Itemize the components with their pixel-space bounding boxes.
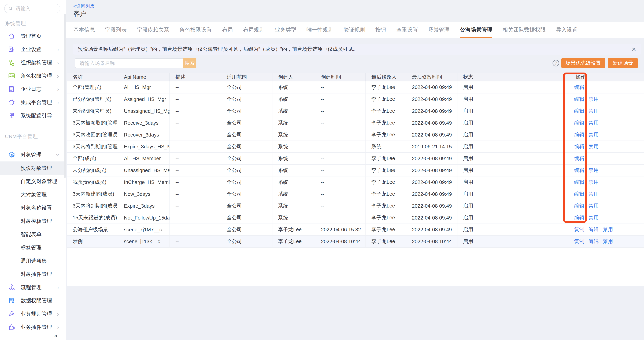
business-rule-icon [8,310,16,318]
operation-link[interactable]: 复制 [574,227,584,232]
cell-modifier: 李子龙Lee [366,117,406,129]
sidebar-subitem[interactable]: 对象插件管理 [0,268,66,281]
operation-link[interactable]: 编辑 [574,96,584,102]
operation-link[interactable]: 编辑 [574,156,584,161]
sidebar-search-input[interactable] [16,6,56,11]
cell-description: -- [170,153,221,164]
operation-link[interactable]: 编辑 [574,215,584,220]
operation-link[interactable]: 编辑 [574,203,584,209]
operation-link[interactable]: 编辑 [574,108,584,114]
operation-link[interactable]: 禁用 [588,215,598,220]
tab-3[interactable]: 角色权限设置 [180,22,212,38]
sidebar-subitem[interactable]: 智能表单 [0,228,66,241]
sidebar-subitem[interactable]: 通用选项集 [0,254,66,268]
tab-12[interactable]: 公海场景管理 [460,22,492,38]
sidebar-item-enterprise-settings[interactable]: 企业设置 › [0,43,66,56]
tab-7[interactable]: 唯一性规则 [306,22,334,38]
cell-created-time: 2022-04-06 15:32 [315,224,366,236]
operation-link[interactable]: 编辑 [574,191,584,197]
cell-creator: 系统 [272,200,315,212]
sidebar-item-org-structure[interactable]: 组织架构管理 › [0,56,66,69]
cell-status: 启用 [457,188,570,200]
tab-14[interactable]: 导入设置 [556,22,578,38]
operation-link[interactable]: 编辑 [574,144,584,149]
sidebar-scrollbar[interactable] [64,14,66,178]
operation-link[interactable]: 禁用 [603,227,613,232]
sidebar-collapse-icon[interactable]: « [54,332,58,340]
integration-platform-icon [8,98,16,106]
cell-status: 启用 [457,212,570,224]
cell-modified-time: 2022-04-08 09:49 [406,200,457,212]
cell-description: -- [170,93,221,105]
operation-link[interactable]: 禁用 [588,120,598,126]
sidebar-subitem[interactable]: 标签管理 [0,241,66,254]
tab-10[interactable]: 查重设置 [396,22,418,38]
close-icon[interactable]: ✕ [632,46,636,53]
cell-creator: 系统 [272,176,315,188]
operation-link[interactable]: 禁用 [588,167,598,173]
help-icon[interactable]: ? [552,60,559,66]
operation-link[interactable]: 编辑 [574,179,584,185]
cell-modifier: 李子龙Lee [366,81,406,93]
sidebar-item-business-plugin[interactable]: 业务插件管理 › [0,321,66,332]
tab-5[interactable]: 布局规则 [243,22,264,38]
tab-6[interactable]: 业务类型 [275,22,296,38]
sidebar-item-enterprise-log[interactable]: 企业日志 › [0,82,66,96]
sidebar-item-role-permission[interactable]: 角色权限管理 › [0,69,66,82]
operation-link[interactable]: 禁用 [588,203,598,209]
operation-link[interactable]: 禁用 [603,239,613,244]
sidebar-item-object-management[interactable]: 对象管理 › [0,148,66,161]
tab-4[interactable]: 布局 [222,22,233,38]
operation-link[interactable]: 禁用 [588,191,598,197]
cell-creator: 系统 [272,141,315,153]
sidebar-item-home[interactable]: 管理首页 [0,29,66,43]
cell-status: 启用 [457,176,570,188]
table-row: 3天内被领取的(管理... Receive_3days -- 全公司 系统 --… [67,117,644,129]
operation-link[interactable]: 禁用 [588,108,598,114]
tab-8[interactable]: 验证规则 [344,22,365,38]
tab-9[interactable]: 按钮 [376,22,386,38]
back-to-list-link[interactable]: <返回列表 [73,3,95,9]
tab-1[interactable]: 字段列表 [105,22,127,38]
operation-link[interactable]: 编辑 [588,227,598,232]
sidebar-subitem[interactable]: 大对象管理 [0,188,66,201]
tab-11[interactable]: 场景管理 [428,22,450,38]
operation-link[interactable]: 编辑 [574,132,584,137]
sidebar-item-process[interactable]: 流程管理 › [0,281,66,294]
operation-link[interactable]: 禁用 [588,96,598,102]
sidebar-item-system-config-guide[interactable]: 系统配置引导 [0,109,66,122]
operation-link[interactable]: 编辑 [574,120,584,126]
operation-link[interactable]: 编辑 [588,239,598,244]
operation-link[interactable]: 复制 [574,239,584,244]
operation-link[interactable]: 禁用 [588,179,598,185]
tab-0[interactable]: 基本信息 [73,22,95,38]
sidebar-subitem[interactable]: 对象名称设置 [0,201,66,214]
tab-13[interactable]: 相关团队数据权限 [502,22,546,38]
cell-status: 启用 [457,141,570,153]
table-row: 3天内将到期的(管理... Expire_3days_HS_Mgr -- 全公司… [67,141,644,153]
search-button[interactable]: 搜索 [183,58,196,68]
operation-link[interactable]: 禁用 [588,132,598,137]
scene-priority-button[interactable]: 场景优先级设置 [561,58,605,68]
sidebar-item-business-rule[interactable]: 业务规则管理 › [0,307,66,321]
cell-scope: 全公司 [221,117,272,129]
create-scene-button[interactable]: 新建场景 [608,58,638,68]
sidebar-subitem[interactable]: 预设对象管理 [0,161,66,175]
sidebar-search[interactable] [4,4,60,13]
cell-scope: 全公司 [221,93,272,105]
operation-link[interactable]: 编辑 [574,84,584,90]
cell-operations: 编辑禁用 [570,141,644,153]
scene-search-input[interactable] [75,58,183,68]
operation-link[interactable]: 编辑 [574,167,584,173]
cell-created-time: -- [315,141,366,153]
sidebar-section-label: CRM平台管理 [5,133,38,140]
tab-2[interactable]: 字段依赖关系 [137,22,169,38]
sidebar-item-data-permission[interactable]: 数据权限管理 [0,294,66,307]
sidebar-item-integration-platform[interactable]: 集成平台管理 › [0,96,66,109]
search-icon [8,6,13,11]
cell-creator: 系统 [272,129,315,141]
cell-creator: 系统 [272,117,315,129]
sidebar-subitem[interactable]: 对象模板管理 [0,214,66,228]
sidebar-subitem[interactable]: 自定义对象管理 [0,175,66,188]
operation-link[interactable]: 禁用 [588,144,598,149]
